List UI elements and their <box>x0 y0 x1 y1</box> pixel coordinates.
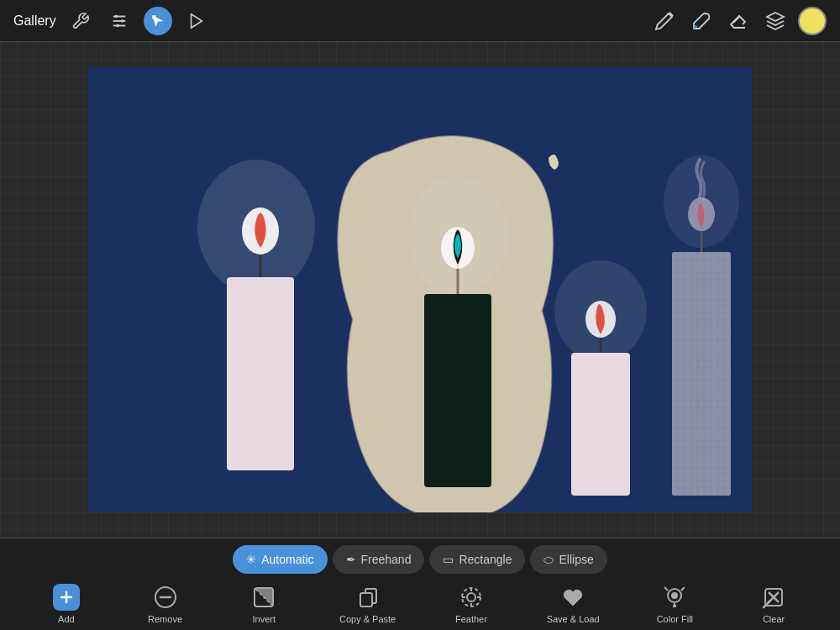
svg-point-7 <box>694 25 697 29</box>
bottom-toolbar: ✳ Automatic ✒ Freehand ▭ Rectangle ⬭ Ell… <box>0 538 840 630</box>
copy-paste-icon <box>354 584 381 611</box>
remove-icon <box>152 584 179 611</box>
canvas-area <box>0 42 840 538</box>
add-icon <box>53 584 80 611</box>
adjust-button[interactable] <box>105 7 134 35</box>
freehand-icon: ✒ <box>346 553 356 566</box>
layers-icon <box>765 11 785 31</box>
color-fill-button[interactable]: Color Fill <box>641 580 708 627</box>
svg-rect-39 <box>360 593 372 606</box>
selection-icon <box>150 13 166 29</box>
svg-point-4 <box>121 19 124 23</box>
svg-point-3 <box>114 14 118 18</box>
bottom-actions: Add Remove Invert <box>0 580 840 627</box>
adjust-icon <box>110 12 129 30</box>
save-load-icon <box>559 584 586 611</box>
invert-button[interactable]: Invert <box>230 580 297 627</box>
svg-point-41 <box>467 593 475 601</box>
save-load-button[interactable]: Save & Load <box>537 580 610 627</box>
artwork-svg <box>88 67 752 512</box>
pen-tool-button[interactable] <box>650 7 679 35</box>
clear-button[interactable]: Clear <box>740 580 807 627</box>
transform-button[interactable] <box>182 7 211 35</box>
mode-ellipse-button[interactable]: ⬭ Ellipse <box>530 545 606 574</box>
automatic-icon: ✳ <box>246 553 256 566</box>
canvas[interactable] <box>88 67 752 512</box>
svg-rect-16 <box>424 294 491 487</box>
right-toolbar <box>650 7 827 35</box>
svg-rect-12 <box>227 277 294 470</box>
color-picker-button[interactable] <box>798 7 827 35</box>
transform-icon <box>187 12 206 30</box>
add-button[interactable]: Add <box>33 580 100 627</box>
rectangle-icon: ▭ <box>443 553 454 566</box>
brush-tool-button[interactable] <box>687 7 716 35</box>
copy-paste-button[interactable]: Copy & Paste <box>329 580 406 627</box>
svg-rect-20 <box>571 353 630 496</box>
gallery-button[interactable]: Gallery <box>13 13 56 29</box>
feather-icon <box>458 584 485 611</box>
mode-rectangle-button[interactable]: ▭ Rectangle <box>429 545 525 574</box>
eraser-tool-button[interactable] <box>724 7 753 35</box>
clear-icon <box>760 584 787 611</box>
top-toolbar: Gallery <box>0 0 840 42</box>
wrench-button[interactable] <box>66 7 95 35</box>
invert-icon <box>250 584 277 611</box>
svg-line-8 <box>733 16 740 23</box>
svg-line-48 <box>664 587 668 591</box>
remove-button[interactable]: Remove <box>132 580 199 627</box>
selection-active-button[interactable] <box>144 7 172 35</box>
ellipse-icon: ⬭ <box>543 553 554 567</box>
mode-automatic-button[interactable]: ✳ Automatic <box>233 545 327 574</box>
selection-modes: ✳ Automatic ✒ Freehand ▭ Rectangle ⬭ Ell… <box>233 545 606 574</box>
svg-marker-9 <box>767 13 784 21</box>
svg-point-5 <box>116 24 119 27</box>
feather-button[interactable]: Feather <box>438 580 505 627</box>
svg-line-49 <box>681 587 685 591</box>
brush-icon <box>691 11 711 31</box>
wrench-icon <box>71 12 90 30</box>
mode-freehand-button[interactable]: ✒ Freehand <box>333 545 425 574</box>
layers-button[interactable] <box>761 7 790 35</box>
color-fill-icon <box>661 584 688 611</box>
pen-icon <box>654 11 675 31</box>
eraser-icon <box>728 11 748 31</box>
svg-rect-25 <box>672 252 731 496</box>
svg-point-47 <box>671 592 678 599</box>
